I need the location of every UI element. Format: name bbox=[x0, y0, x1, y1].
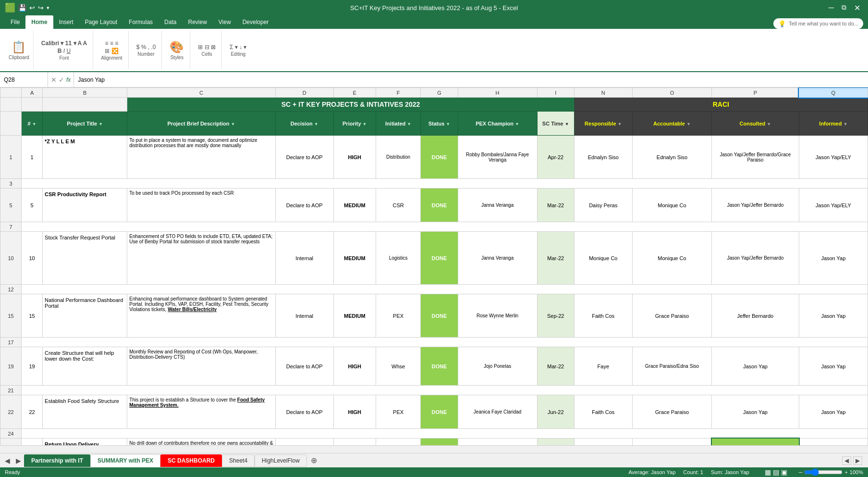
row26-responsible[interactable]: Ednalyn Siso bbox=[574, 439, 632, 446]
row10-pex-champion[interactable]: Janna Veranga bbox=[458, 232, 537, 285]
row1-priority[interactable]: HIGH bbox=[333, 136, 376, 179]
col-g-header[interactable]: G bbox=[421, 88, 458, 98]
col-c-header[interactable]: C bbox=[127, 88, 275, 98]
row5-priority[interactable]: MEDIUM bbox=[333, 188, 376, 222]
row22-responsible[interactable]: Faith Cos bbox=[574, 395, 632, 429]
row10-priority[interactable]: MEDIUM bbox=[333, 232, 376, 285]
col-f-header[interactable]: F bbox=[376, 88, 421, 98]
row22-accountable[interactable]: Grace Paraiso bbox=[632, 395, 711, 429]
col-q-header[interactable]: Q bbox=[799, 88, 868, 98]
formula-input[interactable]: Jason Yap bbox=[74, 76, 868, 83]
view-layout-icon[interactable]: ▤ bbox=[773, 468, 779, 476]
col-i-header[interactable]: I bbox=[537, 88, 574, 98]
row15-pex-champion[interactable]: Rose Wynne Merlin bbox=[458, 294, 537, 338]
row22-description[interactable]: This project is to establish a Structure… bbox=[127, 395, 275, 429]
minimize-icon[interactable]: ─ bbox=[826, 3, 837, 13]
row26-status[interactable]: DONE bbox=[421, 439, 458, 446]
tab-home[interactable]: Home bbox=[25, 15, 53, 29]
row5-initiated[interactable]: CSR bbox=[376, 188, 421, 222]
row22-informed[interactable]: Jason Yap bbox=[799, 395, 868, 429]
row1-a-cell[interactable]: 1 bbox=[22, 136, 43, 179]
tab-developer[interactable]: Developer bbox=[237, 15, 275, 29]
row15-status[interactable]: DONE bbox=[421, 294, 458, 338]
col-h-header[interactable]: H bbox=[458, 88, 537, 98]
row1-status[interactable]: DONE bbox=[421, 136, 458, 179]
row1-decision[interactable]: Declare to AOP bbox=[275, 136, 333, 179]
tab-view[interactable]: View bbox=[213, 15, 237, 29]
row19-initiated[interactable]: Whse bbox=[376, 347, 421, 386]
row15-description[interactable]: Enhancing manual performance dashboard t… bbox=[127, 294, 275, 338]
tab-review[interactable]: Review bbox=[182, 15, 212, 29]
zoom-slider[interactable] bbox=[804, 468, 843, 476]
row1-sc-time[interactable]: Apr-22 bbox=[537, 136, 574, 179]
row22-project-title[interactable]: Establish Food Safety Structure bbox=[43, 395, 127, 429]
row26-pex-champion[interactable]: Brigette/Janna Veranga bbox=[458, 439, 537, 446]
row26-sc-time[interactable]: Mar-22 bbox=[537, 439, 574, 446]
row10-responsible[interactable]: Monique Co bbox=[574, 232, 632, 285]
row5-decision[interactable]: Declare to AOP bbox=[275, 188, 333, 222]
sheet-nav-right[interactable]: ▶ bbox=[13, 457, 24, 464]
row1-consulted[interactable]: Jason Yap/Jeffer Bernardo/Grace Paraiso bbox=[712, 136, 799, 179]
row15-accountable[interactable]: Grace Paraiso bbox=[632, 294, 711, 338]
row19-informed[interactable]: Jason Yap bbox=[799, 347, 868, 386]
row10-consulted[interactable]: Jason Yap/Jeffer Bernardo bbox=[712, 232, 799, 285]
row15-a-cell[interactable]: 15 bbox=[22, 294, 43, 338]
row19-priority[interactable]: HIGH bbox=[333, 347, 376, 386]
row10-accountable[interactable]: Monique Co bbox=[632, 232, 711, 285]
row19-responsible[interactable]: Faye bbox=[574, 347, 632, 386]
insert-function-button[interactable]: fx bbox=[66, 76, 71, 83]
row1-initiated[interactable]: Distribution bbox=[376, 136, 421, 179]
search-input[interactable]: Tell me what you want to do... bbox=[789, 21, 858, 26]
horizontal-scrollbar[interactable] bbox=[0, 445, 868, 453]
row26-a-cell[interactable]: 26 bbox=[22, 439, 43, 446]
row5-project-title[interactable]: CSR Productivity Report bbox=[43, 188, 127, 222]
tab-data[interactable]: Data bbox=[159, 15, 182, 29]
col-d-header[interactable]: D bbox=[275, 88, 333, 98]
row10-description[interactable]: Enhancement of STO PO fields to include … bbox=[127, 232, 275, 285]
confirm-formula-button[interactable]: ✓ bbox=[59, 76, 64, 84]
row26-informed[interactable]: Jason Yap bbox=[799, 439, 868, 446]
row22-a-cell[interactable]: 22 bbox=[22, 395, 43, 429]
row22-decision[interactable]: Declare to AOP bbox=[275, 395, 333, 429]
sheet-tab-summary[interactable]: SUMMARY with PEX bbox=[90, 454, 160, 467]
row10-a-cell[interactable]: 10 bbox=[22, 232, 43, 285]
row15-priority[interactable]: MEDIUM bbox=[333, 294, 376, 338]
zoom-in-icon[interactable]: + bbox=[844, 469, 847, 475]
sheet-tab-sheet4[interactable]: Sheet4 bbox=[222, 454, 255, 467]
col-n-header[interactable]: N bbox=[574, 88, 632, 98]
row15-initiated[interactable]: PEX bbox=[376, 294, 421, 338]
row22-sc-time[interactable]: Jun-22 bbox=[537, 395, 574, 429]
tab-pagelayout[interactable]: Page Layout bbox=[79, 15, 123, 29]
row5-a-cell[interactable]: 5 bbox=[22, 188, 43, 222]
row22-initiated[interactable]: PEX bbox=[376, 395, 421, 429]
row10-project-title[interactable]: Stock Transfer Request Portal bbox=[43, 232, 127, 285]
row19-description[interactable]: Monthly Review and Reporting of Cost (Wh… bbox=[127, 347, 275, 386]
row15-project-title[interactable]: National Performance Dashboard Portal bbox=[43, 294, 127, 338]
row19-accountable[interactable]: Grace Paraiso/Edna Siso bbox=[632, 347, 711, 386]
row15-sc-time[interactable]: Sep-22 bbox=[537, 294, 574, 338]
sheet-tab-highlevelflow[interactable]: HighLevelFlow bbox=[255, 454, 307, 467]
row19-decision[interactable]: Declare to AOP bbox=[275, 347, 333, 386]
col-p-header[interactable]: P bbox=[712, 88, 799, 98]
row22-consulted[interactable]: Jason Yap bbox=[712, 395, 799, 429]
sheet-nav-left[interactable]: ◀ bbox=[2, 457, 13, 464]
restore-icon[interactable]: ⧉ bbox=[839, 3, 849, 13]
row26-description[interactable]: No drill down of contributors therefore … bbox=[127, 439, 275, 446]
sheet-tab-partnership[interactable]: Partnership with IT bbox=[24, 454, 90, 467]
row1-project-title[interactable]: *Z Y L L E M bbox=[43, 136, 127, 179]
row1-description[interactable]: To put in place a system to manage, docu… bbox=[127, 136, 275, 179]
row26-priority[interactable]: MEDIUM bbox=[333, 439, 376, 446]
row5-pex-champion[interactable]: Janna Veranga bbox=[458, 188, 537, 222]
tab-file[interactable]: File bbox=[5, 15, 25, 29]
row19-pex-champion[interactable]: Jojo Ponelas bbox=[458, 347, 537, 386]
row19-a-cell[interactable]: 19 bbox=[22, 347, 43, 386]
row10-informed[interactable]: Jason Yap bbox=[799, 232, 868, 285]
row19-project-title[interactable]: Create Structure that will help lower do… bbox=[43, 347, 127, 386]
row5-accountable[interactable]: Monique Co bbox=[632, 188, 711, 222]
col-o-header[interactable]: O bbox=[632, 88, 711, 98]
row1-informed[interactable]: Jason Yap/ELY bbox=[799, 136, 868, 179]
row15-informed[interactable]: Jason Yap bbox=[799, 294, 868, 338]
row26-accountable[interactable]: Ednalyn Siso bbox=[632, 439, 711, 446]
row22-pex-champion[interactable]: Jeanica Faye Claridad bbox=[458, 395, 537, 429]
row22-status[interactable]: DONE bbox=[421, 395, 458, 429]
